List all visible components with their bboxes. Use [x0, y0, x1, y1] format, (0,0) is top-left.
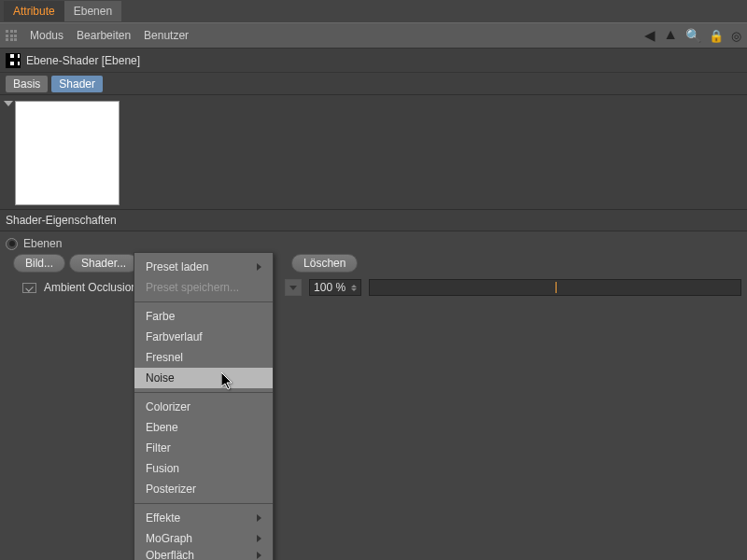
menu-posterizer[interactable]: Posterizer: [134, 479, 273, 499]
menu-gradient[interactable]: Farbverlauf: [134, 327, 273, 347]
menu-edit[interactable]: Bearbeiten: [77, 29, 131, 42]
menu-noise[interactable]: Noise: [134, 368, 273, 388]
layers-radio[interactable]: [6, 238, 18, 250]
attribute-sub-tabs: Basis Shader: [0, 73, 747, 95]
opacity-slider[interactable]: [369, 279, 741, 296]
layers-label: Ebenen: [23, 237, 62, 250]
shader-properties: Ebenen Bild... Shader... Löschen Ambient…: [0, 231, 747, 304]
nav-back-icon[interactable]: ◀: [644, 27, 655, 44]
tab-basic[interactable]: Basis: [6, 76, 48, 92]
opacity-input[interactable]: 100 %: [309, 279, 361, 296]
menu-colorizer[interactable]: Colorizer: [134, 397, 273, 417]
drag-grip-icon[interactable]: [6, 30, 17, 41]
layer-slot-icon[interactable]: [22, 283, 36, 293]
menu-separator: [134, 301, 273, 302]
lock-icon[interactable]: 🔒: [709, 29, 724, 43]
menu-load-preset[interactable]: Preset laden: [134, 257, 273, 277]
menu-effects[interactable]: Effekte: [134, 508, 273, 528]
image-button[interactable]: Bild...: [13, 254, 65, 273]
submenu-arrow-icon: [257, 263, 261, 271]
layer-shader-icon: [6, 53, 21, 68]
menu-fresnel[interactable]: Fresnel: [134, 347, 273, 368]
menu-separator: [134, 392, 273, 393]
menu-filter[interactable]: Filter: [134, 438, 273, 458]
tab-layers[interactable]: Ebenen: [64, 1, 121, 21]
preview-area: [0, 95, 747, 209]
shader-preview-swatch[interactable]: [15, 101, 120, 205]
tab-attribute[interactable]: Attribute: [4, 1, 64, 21]
opacity-value: 100 %: [314, 281, 345, 294]
blend-mode-dropdown[interactable]: [285, 279, 302, 296]
delete-button[interactable]: Löschen: [291, 254, 358, 273]
submenu-arrow-icon: [257, 552, 261, 559]
menu-bar: Modus Bearbeiten Benutzer ◀ ▲ 🔍 🔒 ◎: [0, 22, 747, 49]
shader-context-menu: Preset laden Preset speichern... Farbe F…: [134, 252, 274, 560]
shader-slot-name: Ambient Occlusion: [44, 281, 137, 294]
object-header: Ebene-Shader [Ebene]: [0, 49, 747, 73]
search-icon[interactable]: 🔍: [685, 28, 701, 43]
menu-save-preset: Preset speichern...: [134, 277, 273, 298]
object-title: Ebene-Shader [Ebene]: [26, 54, 140, 67]
menu-fusion[interactable]: Fusion: [134, 458, 273, 479]
disclosure-triangle-icon[interactable]: [4, 101, 13, 106]
menu-cut-item[interactable]: Oberfläch: [134, 549, 273, 560]
opacity-spinner-icon[interactable]: [351, 285, 357, 291]
nav-up-icon[interactable]: ▲: [663, 26, 678, 43]
menu-mograph[interactable]: MoGraph: [134, 528, 273, 549]
menu-mode[interactable]: Modus: [30, 29, 63, 42]
menu-user[interactable]: Benutzer: [144, 29, 189, 42]
target-icon[interactable]: ◎: [731, 29, 741, 43]
section-title: Shader-Eigenschaften: [0, 209, 747, 231]
submenu-arrow-icon: [257, 535, 261, 542]
tab-shader[interactable]: Shader: [51, 76, 103, 92]
shader-button[interactable]: Shader...: [69, 254, 138, 273]
menu-separator: [134, 503, 273, 504]
menu-color[interactable]: Farbe: [134, 306, 273, 327]
panel-tabs: Attribute Ebenen: [0, 0, 747, 22]
menu-layer[interactable]: Ebene: [134, 417, 273, 438]
submenu-arrow-icon: [257, 514, 261, 522]
